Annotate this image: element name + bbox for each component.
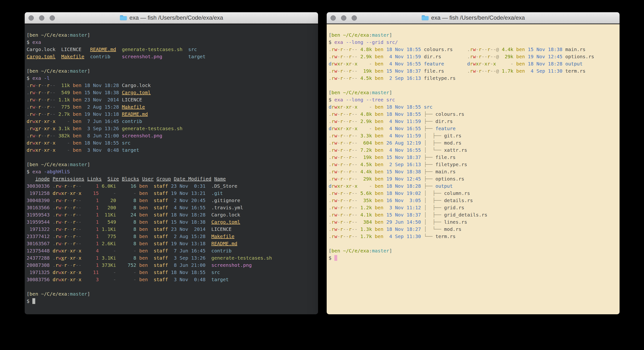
terminal-text-segment: . xyxy=(328,75,332,81)
terminal-text-segment: r xyxy=(349,61,352,67)
terminal-text-segment: r xyxy=(349,183,352,189)
terminal-text-segment: r xyxy=(55,198,58,203)
terminal-text-segment: r xyxy=(38,111,41,117)
terminal-text-segment: │ ├── xyxy=(424,133,444,138)
terminal-text-segment: r xyxy=(47,90,50,96)
terminal-text-segment: w xyxy=(334,176,337,182)
terminal-screen[interactable]: [ben ~/C/e/exa:master]$ exaCargo.lock LI… xyxy=(25,24,318,314)
close-button[interactable] xyxy=(28,15,34,20)
titlebar[interactable]: exa — fish /Users/ben/Code/exa/exa xyxy=(327,12,620,24)
terminal-text-segment: term.rs xyxy=(436,234,456,239)
terminal-text-segment: 1 xyxy=(82,255,99,261)
terminal-text-segment: -- xyxy=(76,183,82,189)
terminal-line xyxy=(26,60,316,67)
zoom-button[interactable] xyxy=(352,15,357,20)
terminal-text-segment: . xyxy=(328,198,332,203)
terminal-text-segment: w xyxy=(58,255,61,261)
terminal-text-segment: 3 Sep 13:26 xyxy=(168,255,206,261)
terminal-text-segment: [ xyxy=(26,162,30,167)
terminal-text-segment: -- xyxy=(490,46,496,52)
terminal-text-segment: w xyxy=(32,118,35,124)
terminal-text-segment: - xyxy=(337,234,340,239)
terminal-text-segment: Links xyxy=(87,176,102,182)
terminal-text-segment: r xyxy=(487,61,490,67)
terminal-text-segment: 8 xyxy=(116,219,136,225)
terminal-text-segment: 15 Nov 18:38 xyxy=(82,90,119,96)
terminal-text-segment: w xyxy=(32,82,35,88)
terminal-text-segment: -- xyxy=(76,198,82,203)
terminal-window-light[interactable]: exa — fish /Users/ben/Code/exa/exa [ben … xyxy=(327,12,620,314)
terminal-line: 1971258 drwxr-xr-x 15 - - ben staff 19 N… xyxy=(26,190,316,197)
terminal-text-segment: 18 Nov 18:55 xyxy=(384,46,421,52)
terminal-text-segment: r xyxy=(55,183,58,189)
terminal-text-segment: @ xyxy=(496,46,499,52)
terminal-line: .rw-r--r-- 4.1k ben 15 Nov 18:37 │ ├── g… xyxy=(328,211,618,218)
terminal-text-segment: -- xyxy=(352,176,357,182)
terminal-text-segment xyxy=(26,176,35,182)
terminal-text-segment: dir.rs xyxy=(421,54,441,60)
terminal-line: [ben ~/C/e/exa:master] xyxy=(26,161,316,168)
terminal-text-segment: 1 xyxy=(82,241,99,246)
terminal-text-segment: 2 Sep 16:13 xyxy=(384,162,421,167)
terminal-text-segment: - xyxy=(496,61,514,67)
terminal-text-segment: dr xyxy=(26,140,32,146)
terminal-text-segment: - xyxy=(337,46,340,52)
terminal-text-segment: . xyxy=(52,205,55,210)
terminal-text-segment: 24377288 xyxy=(26,255,50,261)
terminal-text-segment: 4 Nov 16:55 xyxy=(384,126,421,131)
terminal-text-segment: xr xyxy=(70,277,76,282)
terminal-text-segment: r xyxy=(30,82,32,88)
terminal-text-segment: -- xyxy=(41,111,47,117)
terminal-text-segment: w xyxy=(58,241,61,246)
close-button[interactable] xyxy=(330,15,336,20)
terminal-text-segment: -- xyxy=(50,90,55,96)
terminal-text-segment: - xyxy=(337,54,340,60)
terminal-window-dark[interactable]: exa — fish /Users/ben/Code/exa/exa [ben … xyxy=(25,12,318,314)
terminal-text-segment: r xyxy=(340,219,343,225)
terminal-text-segment xyxy=(102,176,107,182)
terminal-text-segment: 4 Nov 11:59 xyxy=(384,54,421,60)
terminal-text-segment: - xyxy=(67,190,70,196)
terminal-text-segment: - xyxy=(41,147,44,153)
zoom-button[interactable] xyxy=(50,15,55,20)
terminal-text-segment: staff xyxy=(148,255,168,261)
terminal-line: .rw-r--r-- 29k ben 19 Nov 12:45 ├── opti… xyxy=(328,175,618,182)
terminal-text-segment: r xyxy=(55,234,58,239)
terminal-text-segment: r xyxy=(332,61,334,67)
terminal-text-segment xyxy=(421,226,424,232)
terminal-text-segment: r xyxy=(30,90,32,96)
terminal-text-segment: Cargo.lock xyxy=(206,212,240,218)
terminal-text-segment: r xyxy=(487,46,490,52)
terminal-text-segment: Blocks xyxy=(122,176,139,182)
terminal-text-segment: -- xyxy=(343,118,349,124)
terminal-line: 1971322 .rw-r--r-- 1 1.1Ki 8 ben staff 2… xyxy=(26,226,316,233)
minimize-button[interactable] xyxy=(341,15,346,20)
terminal-text-segment: 19 Nov 13:18 xyxy=(168,241,206,246)
terminal-text-segment: . xyxy=(52,241,55,246)
terminal-text-segment: x xyxy=(52,140,55,146)
terminal-text-segment: ben xyxy=(70,104,82,110)
terminal-text-segment xyxy=(50,262,52,268)
terminal-text-segment xyxy=(139,176,142,182)
terminal-text-segment: term.rs xyxy=(562,68,586,74)
terminal-text-segment xyxy=(50,234,52,239)
terminal-line: .rwxr-xr-x 3.1k ben 3 Sep 13:26 generate… xyxy=(26,125,316,132)
terminal-screen[interactable]: [ben ~/C/e/exa:master]$ exa --long --gri… xyxy=(327,24,620,314)
terminal-line: [ben ~/C/e/exa:master] xyxy=(26,32,316,38)
terminal-text-segment: filetype.rs xyxy=(436,162,467,167)
terminal-text-segment: 8 xyxy=(116,205,136,210)
terminal-text-segment: 1 xyxy=(82,234,99,239)
terminal-text-segment: r xyxy=(340,46,343,52)
terminal-text-segment: ] xyxy=(87,162,90,167)
terminal-text-segment: r xyxy=(349,154,352,160)
terminal-text-segment: output xyxy=(436,183,453,189)
terminal-text-segment: ben xyxy=(372,154,384,160)
terminal-text-segment: └── xyxy=(424,234,435,239)
terminal-text-segment: - xyxy=(337,118,340,124)
terminal-text-segment: r xyxy=(38,82,41,88)
terminal-text-segment: r xyxy=(64,212,67,218)
terminal-text-segment: generate-testcases.sh xyxy=(119,126,182,131)
terminal-text-segment: -- xyxy=(352,118,357,124)
minimize-button[interactable] xyxy=(39,15,44,20)
titlebar[interactable]: exa — fish /Users/ben/Code/exa/exa xyxy=(25,12,318,24)
